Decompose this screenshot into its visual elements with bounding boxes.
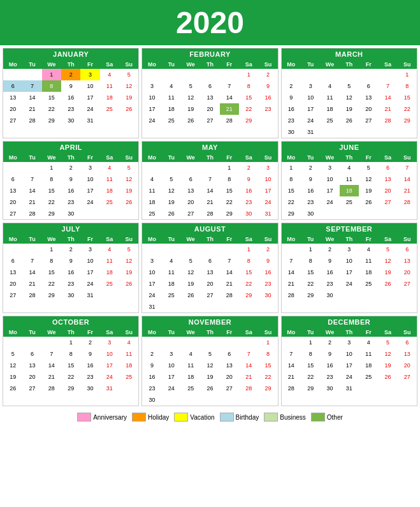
day-cell: 30 [61, 115, 80, 126]
empty-cell [200, 337, 219, 348]
day-header-su: Su [398, 328, 417, 337]
day-cell: 12 [119, 80, 138, 92]
day-header-sa: Sa [100, 328, 119, 337]
day-header-fr: Fr [220, 328, 239, 337]
day-header-th: Th [340, 153, 359, 162]
day-headers-row: MoTuWeThFrSaSu [282, 60, 417, 69]
day-cell: 7 [282, 348, 301, 360]
empty-cell [282, 337, 301, 348]
day-cell: 25 [100, 103, 119, 115]
day-headers-row: MoTuWeThFrSaSu [3, 60, 138, 69]
day-cell: 31 [80, 115, 99, 126]
month-april: APRILMoTuWeThFrSaSu123456789101112131415… [3, 141, 139, 220]
day-cell: 19 [340, 103, 359, 115]
calendar-grid: JANUARYMoTuWeThFrSaSu1234567891011121314… [0, 45, 420, 409]
day-header-fr: Fr [220, 235, 239, 244]
day-header-th: Th [340, 60, 359, 69]
day-cell: 4 [142, 173, 161, 185]
legend-label: Business [280, 414, 306, 421]
empty-cell [220, 244, 239, 255]
empty-cell [181, 69, 200, 80]
day-cell: 26 [359, 196, 378, 208]
empty-cell [3, 162, 22, 173]
days-grid: 1234567891011121314151617181920212223242… [282, 162, 417, 219]
day-cell: 10 [142, 92, 161, 103]
day-cell: 16 [258, 92, 277, 103]
day-cell: 7 [239, 348, 258, 360]
day-cell: 29 [239, 290, 258, 301]
day-cell: 5 [181, 80, 200, 92]
empty-cell [200, 162, 219, 173]
day-header-fr: Fr [220, 153, 239, 162]
day-cell: 26 [162, 208, 181, 219]
day-header-su: Su [258, 153, 277, 162]
legend-item-anniversary: Anniversary [77, 413, 127, 422]
day-cell: 30 [320, 383, 339, 394]
day-cell: 14 [282, 267, 301, 278]
day-cell: 27 [200, 115, 219, 126]
day-cell: 20 [220, 371, 239, 383]
day-cell: 4 [359, 337, 378, 348]
day-header-th: Th [200, 60, 219, 69]
day-header-tu: Tu [162, 328, 181, 337]
day-cell: 10 [340, 348, 359, 360]
day-cell: 31 [258, 208, 277, 219]
day-cell: 7 [22, 80, 41, 92]
day-cell: 2 [320, 244, 339, 255]
day-cell: 31 [340, 383, 359, 394]
empty-cell [340, 69, 359, 80]
day-cell: 23 [320, 371, 339, 383]
day-header-fr: Fr [359, 153, 378, 162]
day-header-mo: Mo [282, 153, 301, 162]
day-cell: 25 [320, 115, 339, 126]
day-cell: 30 [80, 383, 99, 394]
day-cell: 4 [100, 162, 119, 173]
day-cell: 26 [119, 103, 138, 115]
day-cell: 17 [142, 278, 161, 290]
day-headers-row: MoTuWeThFrSaSu [142, 153, 277, 162]
day-cell: 1 [220, 162, 239, 173]
day-cell: 17 [100, 360, 119, 371]
day-cell: 25 [359, 278, 378, 290]
day-cell: 15 [282, 185, 301, 196]
day-cell: 8 [239, 80, 258, 92]
day-headers-row: MoTuWeThFrSaSu [3, 153, 138, 162]
day-header-tu: Tu [301, 328, 320, 337]
day-cell: 14 [282, 360, 301, 371]
day-cell: 2 [61, 244, 80, 255]
day-cell: 1 [258, 337, 277, 348]
day-cell: 2 [239, 162, 258, 173]
day-cell: 27 [398, 371, 417, 383]
day-header-th: Th [200, 153, 219, 162]
day-cell: 5 [119, 162, 138, 173]
day-cell: 14 [22, 185, 41, 196]
day-cell: 18 [320, 103, 339, 115]
day-header-we: We [320, 328, 339, 337]
day-cell: 21 [22, 196, 41, 208]
day-header-mo: Mo [282, 328, 301, 337]
day-cell: 1 [42, 244, 61, 255]
day-cell: 1 [239, 244, 258, 255]
day-cell: 2 [61, 69, 80, 80]
day-cell: 15 [239, 92, 258, 103]
day-cell: 15 [239, 267, 258, 278]
day-cell: 7 [42, 348, 61, 360]
day-cell: 8 [42, 255, 61, 267]
day-cell: 2 [301, 162, 320, 173]
day-cell: 13 [398, 348, 417, 360]
day-cell: 13 [181, 185, 200, 196]
day-header-we: We [181, 60, 200, 69]
day-header-we: We [42, 235, 61, 244]
month-title: JANUARY [3, 48, 138, 60]
empty-cell [359, 69, 378, 80]
days-grid: 1234567891011121314151617181920212223242… [3, 244, 138, 301]
day-cell: 9 [80, 348, 99, 360]
day-header-sa: Sa [378, 235, 397, 244]
day-cell: 23 [239, 196, 258, 208]
empty-cell [181, 337, 200, 348]
day-cell: 17 [340, 267, 359, 278]
day-cell: 15 [301, 360, 320, 371]
legend: AnniversaryHolidayVacationBirthdayBusine… [0, 409, 420, 425]
day-cell: 24 [100, 371, 119, 383]
day-cell: 2 [258, 244, 277, 255]
